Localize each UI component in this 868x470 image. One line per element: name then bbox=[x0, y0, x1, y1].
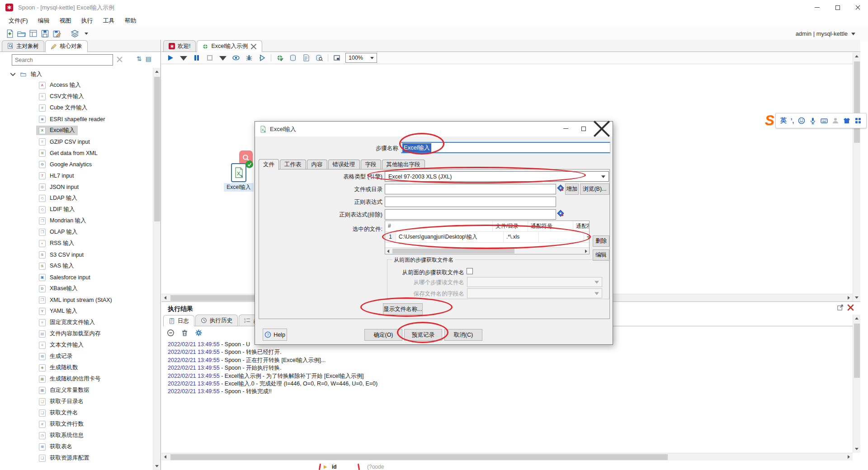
pause-button[interactable] bbox=[192, 53, 201, 62]
tree-item[interactable]: ◈ 生成随机数 bbox=[0, 362, 153, 373]
ime-keyboard-icon[interactable] bbox=[821, 117, 828, 124]
tree-item[interactable]: ❐ Mondrian 输入 bbox=[0, 215, 153, 226]
tree-item[interactable]: X Excel输入 bbox=[0, 125, 153, 136]
close-button[interactable] bbox=[848, 0, 868, 15]
add-button[interactable]: 增加 bbox=[565, 183, 579, 195]
dialog-tab[interactable]: 工作表 bbox=[280, 160, 306, 169]
tree-item[interactable]: S S3 CSV input bbox=[0, 249, 153, 260]
close-results-icon[interactable] bbox=[847, 304, 854, 312]
chevron-down-icon[interactable] bbox=[80, 28, 92, 39]
variable-diamond-icon[interactable] bbox=[557, 210, 564, 217]
dialog-tab[interactable]: 错误处理 bbox=[328, 160, 360, 169]
preview-button[interactable]: 预览记录 bbox=[404, 329, 442, 341]
tree-item[interactable]: # Cube 文件输入 bbox=[0, 102, 153, 113]
selected-files-table[interactable]: #文件/目录通配符号通配符号(排除)要求 1 C:\Users\guangjun… bbox=[385, 221, 590, 254]
tree-item[interactable]: S SAS 输入 bbox=[0, 260, 153, 272]
explore-repository-button[interactable] bbox=[27, 28, 39, 39]
tree-item[interactable]: ❏ 获取资源库配置 bbox=[0, 452, 153, 464]
generate-sql-button[interactable] bbox=[302, 53, 311, 62]
tree-item[interactable]: ◷ 获取系统信息 bbox=[0, 430, 153, 441]
tree-item[interactable]: ⊟ 生成记录 bbox=[0, 351, 153, 362]
expand-all-icon[interactable]: ⇅ bbox=[137, 55, 142, 62]
ime-user-icon[interactable] bbox=[832, 117, 839, 124]
preview-button[interactable] bbox=[231, 53, 241, 62]
clear-search-icon[interactable] bbox=[117, 56, 123, 63]
tab-view-tree[interactable]: 主对象树 bbox=[2, 40, 44, 52]
tree-item[interactable]: ▦ 生成随机的信用卡号 bbox=[0, 373, 153, 385]
dialog-maximize-button[interactable] bbox=[575, 122, 593, 136]
search-input[interactable] bbox=[12, 54, 113, 66]
excel-input-step[interactable]: X bbox=[231, 163, 246, 182]
show-results-button[interactable] bbox=[332, 53, 341, 62]
table-row[interactable]: 1 C:\Users\guangjun\Desktop\输入 .*\.xls 否 bbox=[385, 232, 589, 243]
open-in-window-icon[interactable] bbox=[837, 304, 844, 312]
tree-item[interactable]: ❏ 获取子目录名 bbox=[0, 396, 153, 407]
tree-item[interactable]: ◉ ESRI shapefile reader bbox=[0, 113, 153, 125]
menu-item[interactable]: 执行 bbox=[76, 17, 98, 25]
tree-item[interactable]: ≡ GZIP CSV input bbox=[0, 136, 153, 147]
variable-diamond-icon[interactable] bbox=[557, 184, 564, 192]
tree-item[interactable]: ◗ RSS 输入 bbox=[0, 238, 153, 249]
close-tab-icon[interactable] bbox=[250, 43, 257, 50]
tree-item[interactable]: ▤ 文件内容加载至内存 bbox=[0, 328, 153, 339]
ime-language-mode[interactable]: 英 bbox=[780, 117, 787, 125]
tree-item[interactable]: Y YAML 输入 bbox=[0, 306, 153, 317]
results-vscrollbar[interactable] bbox=[853, 315, 860, 453]
regex-input[interactable] bbox=[385, 197, 556, 207]
verify-transformation-button[interactable] bbox=[275, 53, 284, 62]
save-as-button[interactable] bbox=[51, 28, 62, 39]
menu-item[interactable]: 视图 bbox=[55, 17, 76, 25]
ime-skin-icon[interactable] bbox=[843, 117, 850, 124]
dialog-tab[interactable]: 文件 bbox=[259, 159, 279, 170]
debug-button[interactable] bbox=[245, 53, 254, 62]
dialog-tab[interactable]: 其他输出字段 bbox=[382, 160, 425, 169]
tree-item[interactable]: G Google Analytics bbox=[0, 159, 153, 170]
regex-exclude-input[interactable] bbox=[385, 209, 556, 220]
step-name-input[interactable]: Excel输入 bbox=[401, 142, 610, 153]
minimize-button[interactable] bbox=[807, 0, 827, 15]
tree-item[interactable]: A Access 输入 bbox=[0, 80, 153, 91]
menu-item[interactable]: 帮助 bbox=[120, 17, 142, 25]
stop-button[interactable] bbox=[205, 53, 214, 62]
tree-folder-input[interactable]: 输入 bbox=[0, 69, 153, 80]
delete-button[interactable]: 删除 bbox=[593, 235, 609, 247]
browse-button[interactable]: 浏览(B)... bbox=[580, 183, 609, 195]
ime-punctuation-icon[interactable]: ’, bbox=[791, 117, 794, 124]
tree-item[interactable]: ⊞ 获取表名 bbox=[0, 441, 153, 452]
maximize-button[interactable] bbox=[827, 0, 848, 15]
run-button[interactable] bbox=[166, 53, 175, 62]
menu-item[interactable]: 文件(F) bbox=[4, 17, 33, 25]
help-button[interactable]: ? Help bbox=[263, 329, 287, 341]
results-hscrollbar[interactable] bbox=[161, 453, 853, 461]
spreadsheet-type-select[interactable]: Excel 97-2003 XLS (JXL) bbox=[385, 171, 609, 182]
sogou-logo-icon[interactable]: S bbox=[765, 113, 774, 129]
table-hscrollbar[interactable] bbox=[385, 247, 589, 254]
collapse-all-icon[interactable]: ▤ bbox=[146, 55, 151, 62]
menu-item[interactable]: 编辑 bbox=[33, 17, 55, 25]
tree-scrollbar[interactable] bbox=[153, 68, 160, 470]
tab-transformation[interactable]: Excel输入示例 bbox=[197, 40, 262, 52]
menu-item[interactable]: 工具 bbox=[98, 17, 120, 25]
explore-database-button[interactable] bbox=[315, 53, 324, 62]
log-settings-icon[interactable] bbox=[195, 329, 203, 338]
tree-item[interactable]: ◇ LDIF 输入 bbox=[0, 204, 153, 215]
tab-history[interactable]: 执行历史 bbox=[195, 315, 238, 326]
new-file-button[interactable] bbox=[4, 28, 15, 39]
stop-options-chevron-icon[interactable] bbox=[218, 53, 227, 62]
tree-item[interactable]: ▦ 自定义常量数据 bbox=[0, 385, 153, 396]
tree-item[interactable]: D XBase输入 bbox=[0, 283, 153, 294]
open-file-button[interactable] bbox=[15, 28, 27, 39]
tree-item[interactable]: ≡ CSV文件输入 bbox=[0, 91, 153, 102]
tree-item[interactable]: ❏ 获取文件名 bbox=[0, 407, 153, 418]
file-dir-input[interactable] bbox=[385, 184, 556, 194]
show-filenames-button[interactable]: 显示文件名称... bbox=[383, 303, 423, 315]
save-button[interactable] bbox=[39, 28, 51, 39]
tab-core-objects[interactable]: 核心对象 bbox=[45, 40, 88, 52]
tab-welcome[interactable]: 欢迎! bbox=[163, 40, 196, 52]
tree-item[interactable]: ❐ XML input stream (StAX) bbox=[0, 294, 153, 306]
tree-item[interactable]: ◇ LDAP 输入 bbox=[0, 193, 153, 204]
ok-button[interactable]: 确定(O) bbox=[364, 329, 402, 341]
replay-button[interactable] bbox=[258, 53, 267, 62]
ime-mic-icon[interactable] bbox=[809, 117, 816, 124]
impact-analysis-button[interactable] bbox=[288, 53, 297, 62]
